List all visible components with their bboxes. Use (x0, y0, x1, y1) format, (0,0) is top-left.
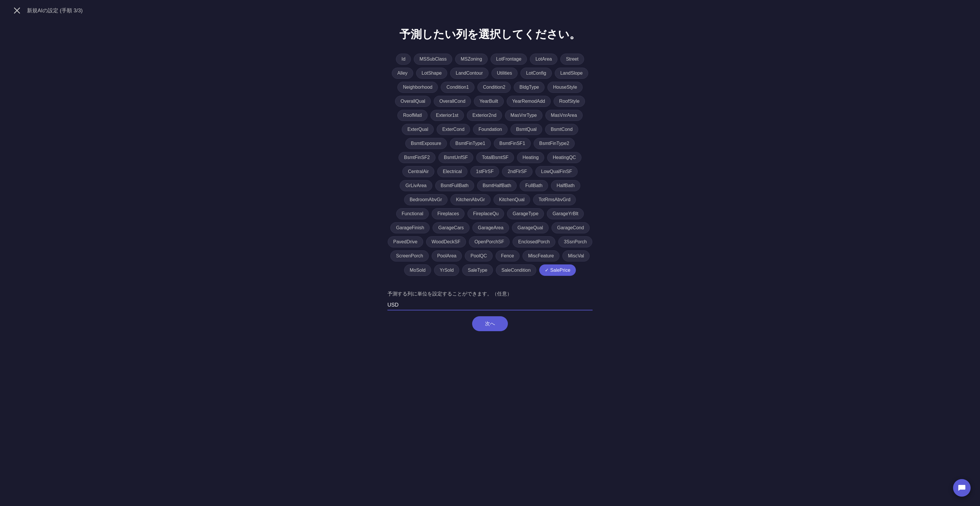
tag-condition1[interactable]: Condition1 (441, 82, 474, 93)
tag-mszoning[interactable]: MSZoning (455, 54, 488, 65)
tag-fence[interactable]: Fence (496, 251, 520, 262)
tag-utilities[interactable]: Utilities (492, 68, 518, 79)
tag-label: GarageYrBlt (552, 211, 578, 216)
tag-grlivarea[interactable]: GrLivArea (400, 180, 432, 191)
tag-label: Functional (402, 211, 423, 216)
tag-housestyle[interactable]: HouseStyle (547, 82, 582, 93)
tag-garagecond[interactable]: GarageCond (552, 222, 590, 233)
tag-overallcond[interactable]: OverallCond (434, 96, 471, 107)
tag-yearremodadd[interactable]: YearRemodAdd (507, 96, 550, 107)
tag-label: CentralAir (408, 169, 429, 174)
tag-lotarea[interactable]: LotArea (530, 54, 557, 65)
tag-label: BsmtQual (516, 127, 536, 132)
tag-exterior2nd[interactable]: Exterior2nd (467, 110, 502, 121)
tag-lotconfig[interactable]: LotConfig (520, 68, 552, 79)
tag-foundation[interactable]: Foundation (473, 124, 508, 135)
tag-miscval[interactable]: MiscVal (562, 251, 590, 262)
tag-enclosedporch[interactable]: EnclosedPorch (512, 236, 555, 247)
tag-roofmatl[interactable]: RoofMatl (398, 110, 427, 121)
tag-alley[interactable]: Alley (392, 68, 413, 79)
tag-bsmtqual[interactable]: BsmtQual (511, 124, 542, 135)
tag-saletype[interactable]: SaleType (462, 265, 493, 276)
tag-saleprice[interactable]: ✓ SalePrice (539, 265, 576, 276)
tag-heatingqc[interactable]: HeatingQC (547, 152, 581, 163)
tag-fireplacequ[interactable]: FireplaceQu (468, 208, 504, 219)
tag-label: OverallQual (401, 99, 425, 104)
tag-centralair[interactable]: CentralAir (402, 166, 434, 177)
tag-2ndflrsf[interactable]: 2ndFlrSF (502, 166, 533, 177)
tag-heating[interactable]: Heating (517, 152, 544, 163)
tag-garagefinish[interactable]: GarageFinish (390, 222, 430, 233)
tag-label: BsmtUnfSF (444, 155, 468, 160)
tag-totrmsabvgrd[interactable]: TotRmsAbvGrd (533, 194, 576, 205)
tag-kitchenabvgr[interactable]: KitchenAbvGr (450, 194, 491, 205)
tag-yrsold[interactable]: YrSold (434, 265, 459, 276)
top-bar-title: 新規AIの設定 (手順 3/3) (27, 7, 83, 14)
tag-poolarea[interactable]: PoolArea (432, 251, 462, 262)
tag-bsmtfullbath[interactable]: BsmtFullBath (435, 180, 474, 191)
tag-fullbath[interactable]: FullBath (520, 180, 548, 191)
tag-3ssnporch[interactable]: 3SsnPorch (558, 236, 592, 247)
tag-fireplaces[interactable]: Fireplaces (432, 208, 465, 219)
tag-screenporch[interactable]: ScreenPorch (390, 251, 429, 262)
tag-poolqc[interactable]: PoolQC (465, 251, 492, 262)
check-icon: ✓ (545, 267, 549, 273)
tag-overallqual[interactable]: OverallQual (395, 96, 431, 107)
tag-miscfeature[interactable]: MiscFeature (523, 251, 560, 262)
tag-garagetype[interactable]: GarageType (507, 208, 544, 219)
tag-functional[interactable]: Functional (396, 208, 429, 219)
tag-label: TotalBsmtSF (482, 155, 509, 160)
tag-label: BsmtFullBath (441, 183, 469, 188)
close-button[interactable] (12, 5, 22, 16)
tag-label: FireplaceQu (473, 211, 498, 216)
tag-landcontour[interactable]: LandContour (450, 68, 488, 79)
tag-bsmtfinsf1[interactable]: BsmtFinSF1 (494, 138, 531, 149)
tag-halfbath[interactable]: HalfBath (551, 180, 580, 191)
tag-electrical[interactable]: Electrical (437, 166, 468, 177)
tag-masvnrtype[interactable]: MasVnrType (505, 110, 542, 121)
tag-salecondition[interactable]: SaleCondition (496, 265, 536, 276)
next-button[interactable]: 次へ (472, 316, 508, 331)
unit-input[interactable] (387, 302, 593, 308)
tag-lotfrontage[interactable]: LotFrontage (491, 54, 527, 65)
tag-label: HeatingQC (553, 155, 576, 160)
tag-bsmtcond[interactable]: BsmtCond (545, 124, 578, 135)
tag-label: MiscFeature (528, 253, 554, 258)
tag-masvnrarea[interactable]: MasVnrArea (546, 110, 582, 121)
tag-extercond[interactable]: ExterCond (437, 124, 470, 135)
tag-landslope[interactable]: LandSlope (555, 68, 589, 79)
tag-kitchenqual[interactable]: KitchenQual (493, 194, 530, 205)
tag-bedroomabvgr[interactable]: BedroomAbvGr (404, 194, 447, 205)
tag-mssubclass[interactable]: MSSubClass (414, 54, 452, 65)
tag-bsmtfintype2[interactable]: BsmtFinType2 (534, 138, 575, 149)
tag-1stflrsf[interactable]: 1stFlrSF (470, 166, 499, 177)
tag-id[interactable]: Id (396, 54, 411, 65)
tag-label: BsmtCond (550, 127, 573, 132)
tag-garagecars[interactable]: GarageCars (433, 222, 469, 233)
tag-label: GarageType (512, 211, 538, 216)
tag-openporchsf[interactable]: OpenPorchSF (469, 236, 510, 247)
chat-button[interactable] (953, 479, 970, 496)
tag-neighborhood[interactable]: Neighborhood (398, 82, 438, 93)
tag-lotshape[interactable]: LotShape (416, 68, 447, 79)
tag-condition2[interactable]: Condition2 (477, 82, 511, 93)
tag-garageyrblt[interactable]: GarageYrBlt (547, 208, 584, 219)
tag-yearbuilt[interactable]: YearBuilt (474, 96, 503, 107)
tag-bldgtype[interactable]: BldgType (514, 82, 544, 93)
tag-mosold[interactable]: MoSold (404, 265, 431, 276)
tag-exterqual[interactable]: ExterQual (402, 124, 434, 135)
tag-wooddecksf[interactable]: WoodDeckSF (426, 236, 466, 247)
tag-paveddrive[interactable]: PavedDrive (388, 236, 423, 247)
tag-garagearea[interactable]: GarageArea (473, 222, 509, 233)
tag-totalbsmtsf[interactable]: TotalBsmtSF (476, 152, 514, 163)
tag-bsmtunfsf[interactable]: BsmtUnfSF (438, 152, 474, 163)
tag-lowqualfinsf[interactable]: LowQualFinSF (535, 166, 578, 177)
tag-street[interactable]: Street (560, 54, 584, 65)
tag-bsmtfintype1[interactable]: BsmtFinType1 (450, 138, 491, 149)
tag-garagequal[interactable]: GarageQual (512, 222, 549, 233)
tag-exterior1st[interactable]: Exterior1st (431, 110, 464, 121)
tag-bsmtfinsf2[interactable]: BsmtFinSF2 (399, 152, 436, 163)
tag-bsmtexposure[interactable]: BsmtExposure (405, 138, 447, 149)
tag-bsmthalfbath[interactable]: BsmtHalfBath (477, 180, 517, 191)
tag-roofstyle[interactable]: RoofStyle (554, 96, 585, 107)
